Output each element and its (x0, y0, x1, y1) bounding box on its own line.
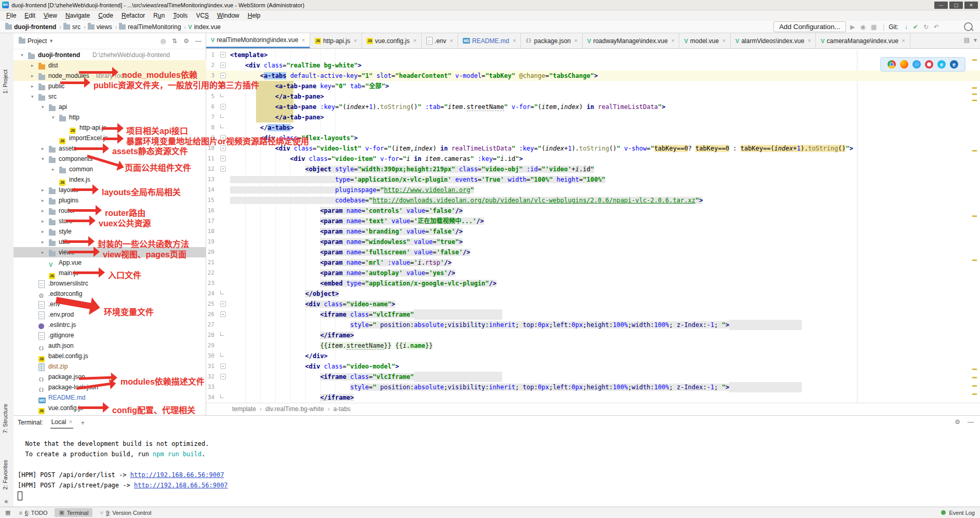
code-line[interactable]: 32− <iframe class="vlcIframe" (206, 372, 980, 382)
menu-help[interactable]: Help (244, 11, 265, 20)
close-icon[interactable]: × (413, 38, 417, 44)
warning-stripe-mark[interactable] (972, 100, 977, 101)
breadcrumb-item[interactable]: Vindex.vue (188, 23, 221, 31)
fold-open-icon[interactable]: − (220, 62, 226, 68)
editor-tab[interactable]: .env× (422, 33, 459, 48)
code-line[interactable]: 8 </a-tabs> (206, 122, 980, 133)
ie-icon[interactable]: e (937, 60, 946, 69)
fold-open-icon[interactable]: − (220, 104, 226, 110)
code-line[interactable]: 1−<template> (206, 50, 980, 60)
close-icon[interactable]: × (902, 38, 905, 44)
code-line[interactable]: 20 <param name='fullscreen' value='false… (206, 247, 980, 257)
chevron-expanded-icon[interactable]: ▾ (52, 112, 55, 122)
menu-run[interactable]: Run (149, 11, 169, 20)
minimize-button[interactable]: — (934, 2, 948, 9)
breadcrumb-item[interactable]: duoji-frontend› (5, 23, 61, 31)
warning-stripe-mark[interactable] (972, 385, 977, 387)
menu-tools[interactable]: Tools (169, 11, 192, 20)
code-line[interactable]: 6− <a-tab-pane :key="(index+1).toString(… (206, 102, 980, 112)
warning-stripe-mark[interactable] (972, 260, 977, 261)
code-line[interactable]: 15 codebase="http://downloads.videolan.o… (206, 195, 980, 206)
code-line[interactable]: 23 <embed type="application/x-google-vlc… (206, 278, 980, 289)
tree-item-api[interactable]: ▾api (14, 102, 206, 112)
terminal-tab-local[interactable]: Local× (50, 416, 74, 429)
tab-list-icon[interactable]: ▤ (964, 36, 970, 44)
stripe-favorites-tab[interactable]: 2: Favorites (2, 460, 8, 489)
code-line[interactable]: 4− <a-tab-pane key="0" tab="全部"> (206, 81, 980, 91)
git-history-icon[interactable]: ↻ (923, 23, 929, 31)
locate-icon[interactable]: ◎ (160, 37, 166, 45)
chevron-collapsed-icon[interactable]: ▸ (42, 195, 44, 206)
firefox-icon[interactable] (900, 60, 908, 69)
chevron-expanded-icon[interactable]: ▾ (42, 154, 44, 164)
statusbar-6-todo[interactable]: ≡6: TODO (15, 509, 51, 517)
warning-stripe-mark[interactable] (972, 369, 977, 370)
terminal-link[interactable]: http://192.168.66.56:9007 (130, 471, 224, 479)
chevron-expanded-icon[interactable]: ▾ (31, 91, 34, 102)
layout-grid-icon[interactable]: ▦ (5, 509, 10, 516)
stripe-structure-tab[interactable]: 7: Structure (2, 404, 8, 433)
menu-refactor[interactable]: Refactor (117, 11, 149, 20)
editor-tab[interactable]: VcameraManage\index.vue× (816, 33, 910, 48)
editor-tab[interactable]: VrealTimeMonitoring\index.vue× (206, 33, 310, 48)
editor-tab[interactable]: ValarmVideos\index.vue× (731, 33, 816, 48)
fold-open-icon[interactable]: − (220, 156, 226, 161)
code-editor[interactable]: 1−<template>2− <div class="realTime bg-w… (206, 50, 980, 403)
code-line[interactable]: 30 </div> (206, 351, 980, 361)
fold-open-icon[interactable]: − (220, 301, 226, 307)
editor-tab[interactable]: JShttp-api.js× (310, 33, 362, 48)
close-icon[interactable]: × (450, 38, 453, 44)
code-line[interactable]: 21 <param name='mrl' :value='i.rtsp'/> (206, 257, 980, 268)
chevron-down-icon[interactable]: ▾ (974, 36, 977, 44)
search-everywhere-icon[interactable] (964, 22, 973, 31)
add-configuration-button[interactable]: Add Configuration... (773, 21, 846, 32)
statusbar-9-version-control[interactable]: ⑂9: Version Control (96, 509, 155, 517)
tree-item-dist.zip[interactable]: dist.zip (14, 361, 206, 372)
chevron-collapsed-icon[interactable]: ▸ (31, 71, 34, 81)
chevron-collapsed-icon[interactable]: ▸ (42, 216, 44, 226)
menu-navigate[interactable]: Navigate (61, 11, 94, 20)
close-icon[interactable]: × (672, 38, 675, 44)
code-line[interactable]: 5 </a-tab-pane> (206, 91, 980, 102)
debug-icon[interactable]: ◉ (860, 23, 865, 31)
code-line[interactable]: 18 <param name='branding' value='false'/… (206, 226, 980, 237)
code-line[interactable]: 9− <div class="flex-layouts"> (206, 133, 980, 143)
fold-close-icon[interactable] (220, 93, 224, 97)
warning-stripe-mark[interactable] (972, 377, 977, 378)
chevron-collapsed-icon[interactable]: ▸ (42, 185, 44, 195)
editor-breadcrumb[interactable]: template›div.realTime.bg-white›a-tabs (206, 403, 980, 415)
tree-item-babel.config.js[interactable]: JSbabel.config.js (14, 351, 206, 361)
code-line[interactable]: 26− <iframe class="vlcIframe" (206, 309, 980, 320)
breadcrumb-item[interactable]: template (232, 405, 256, 413)
close-icon[interactable]: × (808, 38, 811, 44)
stripe-project-tab[interactable]: 1: Project (2, 70, 8, 93)
coverage-icon[interactable]: ▦ (871, 23, 877, 31)
code-line[interactable]: 33 style=" position:absolute;visibility:… (206, 382, 980, 392)
fold-close-icon[interactable] (220, 394, 224, 398)
code-line[interactable]: 34 </iframe> (206, 392, 980, 403)
fold-open-icon[interactable]: − (220, 52, 226, 58)
tree-root[interactable]: ▾duoji-frontendD:\zheheWeb\duoji-fronten… (14, 50, 206, 60)
editor-tab[interactable]: JSvue.config.js× (362, 33, 422, 48)
code-line[interactable]: 14 pluginspage="http://www.videolan.org" (206, 185, 980, 195)
close-icon[interactable]: × (574, 38, 578, 44)
code-line[interactable]: 25− <div class="video-name"> (206, 299, 980, 309)
fold-open-icon[interactable]: − (220, 374, 226, 379)
close-icon[interactable]: × (513, 38, 516, 44)
tree-item-http[interactable]: ▾http (14, 112, 206, 122)
editor-tab[interactable]: Vmodel.vue× (679, 33, 731, 48)
git-commit-icon[interactable]: ✔ (913, 23, 918, 31)
settings-gear-icon[interactable]: ⚙ (183, 37, 189, 45)
maximize-button[interactable]: □ (949, 2, 963, 9)
minimize-panel-icon[interactable]: — (968, 418, 974, 426)
editor-tab[interactable]: MDREADME.md× (458, 33, 521, 48)
menu-view[interactable]: View (39, 11, 61, 20)
code-line[interactable]: 10− <div class="video-list" v-for="(item… (206, 143, 980, 154)
breadcrumb-item[interactable]: views› (88, 23, 117, 31)
settings-gear-icon[interactable]: ⚙ (955, 418, 960, 426)
event-log-label[interactable]: Event Log (949, 510, 975, 516)
code-line[interactable]: 19 <param name="windowless" value="true"… (206, 237, 980, 247)
code-line[interactable]: 16 <param name='controls' value='false'/… (206, 206, 980, 216)
chevron-expanded-icon[interactable]: ▾ (42, 102, 44, 112)
tree-item-.gitignore[interactable]: .gitignore (14, 330, 206, 340)
